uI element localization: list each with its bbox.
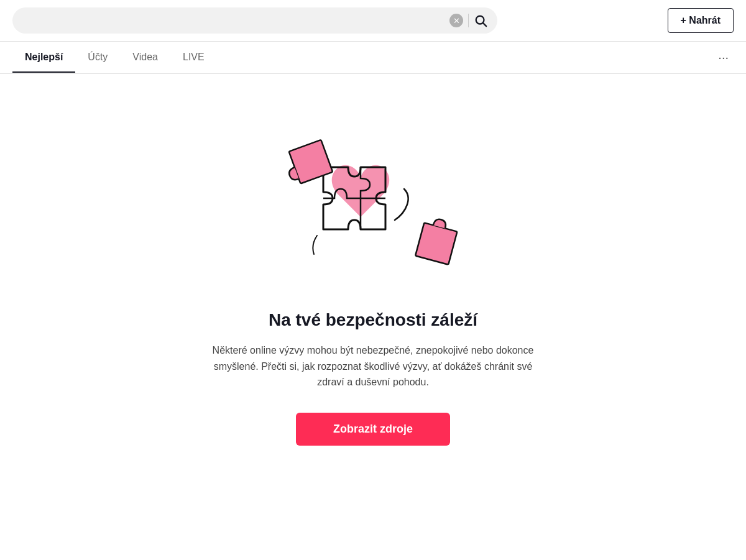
- search-bar: dry scooping ✕: [12, 7, 497, 34]
- safety-content: Na tvé bezpečnosti záleží Některé online…: [0, 74, 746, 470]
- header: dry scooping ✕ + Nahrát: [0, 0, 746, 42]
- upload-button[interactable]: + Nahrát: [668, 8, 734, 33]
- tab-videos[interactable]: Videa: [120, 43, 170, 73]
- safety-description: Některé online výzvy mohou být nebezpečn…: [199, 342, 547, 390]
- resources-button[interactable]: Zobrazit zdroje: [296, 413, 450, 446]
- svg-rect-3: [415, 223, 457, 264]
- search-input[interactable]: dry scooping: [22, 14, 444, 27]
- search-icon: [474, 14, 487, 27]
- tab-live[interactable]: LIVE: [170, 43, 217, 73]
- clear-search-button[interactable]: ✕: [449, 14, 463, 27]
- search-divider: [468, 14, 469, 27]
- svg-line-1: [483, 23, 486, 26]
- safety-title: Na tvé bezpečnosti záleží: [269, 310, 477, 330]
- tab-accounts[interactable]: Účty: [75, 43, 120, 73]
- puzzle-illustration: [274, 111, 472, 285]
- puzzle-svg: [274, 111, 472, 285]
- tab-best[interactable]: Nejlepší: [12, 43, 75, 73]
- search-submit-button[interactable]: [474, 14, 487, 27]
- tabs-bar: Nejlepší Účty Videa LIVE ···: [0, 42, 746, 74]
- tabs-more-button[interactable]: ···: [713, 42, 734, 73]
